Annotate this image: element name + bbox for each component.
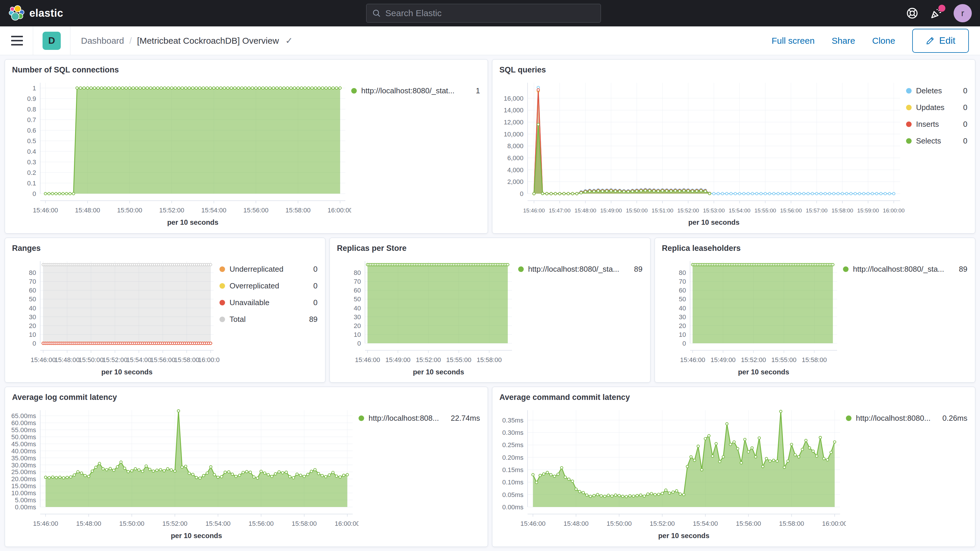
svg-text:40: 40 — [354, 304, 361, 312]
svg-text:0.5: 0.5 — [27, 137, 36, 145]
series-color-dot — [220, 317, 225, 322]
chart-legend: http://localhost:8080...0.26ms — [846, 403, 969, 546]
global-search[interactable] — [366, 4, 601, 22]
svg-text:15:52:00: 15:52:00 — [416, 356, 441, 363]
svg-text:0.8: 0.8 — [27, 106, 36, 113]
svg-text:20: 20 — [679, 322, 686, 330]
svg-text:10: 10 — [679, 331, 686, 338]
svg-text:0: 0 — [682, 340, 686, 347]
svg-text:15:51:00: 15:51:00 — [652, 207, 673, 213]
svg-text:per 10 seconds: per 10 seconds — [658, 532, 710, 540]
legend-value: 89 — [953, 264, 967, 274]
svg-text:15:56:00: 15:56:00 — [780, 207, 802, 213]
legend-item[interactable]: Underreplicated0 — [220, 264, 318, 274]
svg-text:15:46:00: 15:46:00 — [523, 207, 545, 213]
dashboard-toolbar: D Dashboard / [Metricbeat CockroachDB] O… — [0, 26, 980, 55]
svg-text:16:00:00: 16:00:00 — [198, 356, 220, 363]
svg-text:15:58:00: 15:58:00 — [832, 207, 853, 213]
panel-title: SQL queries — [500, 65, 969, 75]
svg-text:0.4: 0.4 — [27, 148, 36, 155]
svg-text:15:49:00: 15:49:00 — [385, 356, 411, 363]
chart-svg: 02,0004,0006,0008,00010,00012,00014,0001… — [498, 75, 906, 228]
svg-text:15:56:00: 15:56:00 — [736, 520, 761, 527]
command-commit-latency-chart: 0.00ms0.05ms0.10ms0.15ms0.20ms0.25ms0.30… — [498, 403, 846, 541]
series-color-dot — [906, 88, 912, 94]
legend-item[interactable]: http://localhost:8080/_sta...89 — [843, 264, 967, 274]
svg-text:70: 70 — [679, 278, 686, 285]
legend-label: Unavailable — [229, 298, 269, 307]
chart-svg: 0102030405060708015:46:0015:49:0015:52:0… — [661, 253, 843, 378]
edit-button[interactable]: Edit — [912, 29, 969, 53]
svg-text:15:48:00: 15:48:00 — [75, 207, 100, 214]
legend-item[interactable]: Inserts0 — [906, 120, 967, 129]
legend-label: http://localhost:8080/_sta... — [853, 264, 944, 274]
legend-value: 0 — [307, 281, 318, 290]
series-color-dot — [846, 416, 851, 421]
legend-label: http://localhost:8080/_stat... — [361, 86, 455, 96]
panel-replica-leaseholders: Replica leaseholders 0102030405060708015… — [655, 238, 975, 382]
legend-item[interactable]: Unavailable0 — [220, 298, 318, 307]
help-icon[interactable] — [905, 6, 919, 20]
share-button[interactable]: Share — [832, 36, 855, 46]
breadcrumb-dashboard-link[interactable]: Dashboard — [81, 36, 124, 46]
series-color-dot — [220, 300, 225, 306]
svg-text:15:52:00: 15:52:00 — [159, 207, 184, 214]
svg-text:30: 30 — [354, 313, 361, 321]
page-title: [Metricbeat CockroachDB] Overview — [137, 36, 279, 46]
dashboard-app-badge[interactable]: D — [43, 32, 61, 50]
legend-item[interactable]: Overreplicated0 — [220, 281, 318, 290]
legend-item[interactable]: Selects0 — [906, 137, 967, 145]
legend-value: 89 — [302, 315, 318, 324]
clone-button[interactable]: Clone — [872, 36, 895, 46]
svg-text:15:52:00: 15:52:00 — [741, 356, 766, 363]
svg-text:15:46:00: 15:46:00 — [520, 520, 546, 527]
svg-text:15:54:00: 15:54:00 — [201, 207, 226, 214]
legend-item[interactable]: http://localhost:8080...0.26ms — [846, 414, 967, 423]
newsfeed-icon[interactable] — [929, 6, 943, 20]
svg-text:40: 40 — [679, 304, 686, 312]
notification-dot — [938, 5, 945, 12]
legend-label: http://localhost:808... — [369, 414, 439, 423]
svg-text:0.10ms: 0.10ms — [502, 479, 523, 486]
chart-svg: 0.00ms5.00ms10.00ms15.00ms20.00ms25.00ms… — [11, 403, 358, 541]
panel-number-of-sql-connections: Number of SQL connections 00.10.20.30.40… — [5, 59, 488, 234]
legend-label: Selects — [916, 137, 941, 145]
elastic-logo[interactable]: elastic — [9, 5, 64, 21]
svg-text:50: 50 — [29, 295, 36, 303]
svg-text:15:57:00: 15:57:00 — [806, 207, 827, 213]
breadcrumb-separator: / — [129, 36, 132, 46]
svg-text:15:53:00: 15:53:00 — [703, 207, 725, 213]
legend-item[interactable]: Deletes0 — [906, 86, 967, 96]
panel-title: Replicas per Store — [337, 244, 644, 253]
legend-item[interactable]: http://localhost:8080/_sta...89 — [518, 264, 643, 274]
svg-text:50: 50 — [354, 295, 361, 303]
menu-icon[interactable] — [11, 36, 23, 46]
legend-item[interactable]: http://localhost:8080/_stat...1 — [351, 86, 480, 96]
svg-text:60: 60 — [354, 287, 361, 294]
svg-text:15.00ms: 15.00ms — [11, 483, 36, 490]
saved-check-icon[interactable]: ✓ — [285, 35, 293, 46]
series-color-dot — [351, 88, 357, 94]
svg-text:15:52:00: 15:52:00 — [650, 520, 675, 527]
legend-label: Underreplicated — [229, 264, 283, 274]
legend-item[interactable]: Total89 — [220, 315, 318, 324]
series-color-dot — [220, 283, 225, 289]
avatar-initial: r — [961, 8, 964, 18]
svg-text:16:00:00: 16:00:00 — [328, 207, 351, 214]
search-input[interactable] — [385, 8, 595, 18]
chart-legend: Deletes0Updates0Inserts0Selects0 — [906, 75, 969, 233]
svg-text:60.00ms: 60.00ms — [11, 419, 36, 427]
svg-text:6,000: 6,000 — [508, 154, 523, 162]
legend-item[interactable]: http://localhost:808...22.74ms — [358, 414, 480, 423]
svg-text:15:46:00: 15:46:00 — [30, 356, 56, 363]
sql-connections-chart: 00.10.20.30.40.50.60.70.80.9115:46:0015:… — [11, 75, 351, 228]
legend-item[interactable]: Updates0 — [906, 103, 967, 112]
breadcrumb: Dashboard / [Metricbeat CockroachDB] Ove… — [81, 35, 293, 46]
svg-text:per 10 seconds: per 10 seconds — [167, 218, 219, 226]
legend-value: 0 — [957, 120, 967, 129]
series-color-dot — [906, 105, 912, 110]
full-screen-button[interactable]: Full screen — [772, 36, 815, 46]
svg-text:20: 20 — [29, 322, 36, 330]
avatar[interactable]: r — [954, 4, 972, 22]
svg-text:60: 60 — [679, 287, 686, 294]
